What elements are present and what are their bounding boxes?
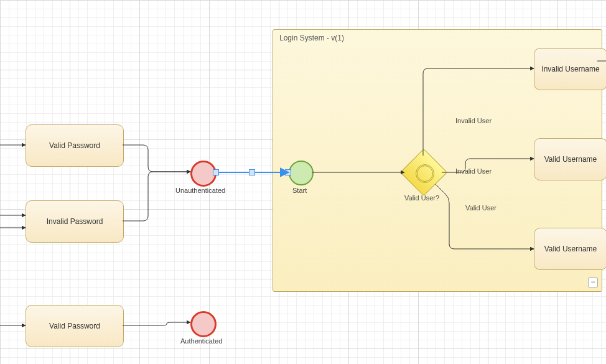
connector-handle-start[interactable] — [213, 169, 219, 175]
task-label: Valid Password — [45, 319, 104, 334]
pool-title: Login System - v(1) — [279, 34, 344, 42]
gateway-label: Valid User? — [404, 194, 439, 202]
event-authenticated[interactable] — [190, 311, 217, 337]
flow-label-invalid-user-mid: Invalid User — [455, 167, 492, 175]
task-valid-password-1[interactable]: Valid Password — [26, 124, 124, 167]
task-valid-username-1[interactable]: Valid Username — [534, 138, 606, 180]
task-invalid-password[interactable]: Invalid Password — [26, 200, 124, 243]
flow-label-valid-user: Valid User — [465, 204, 496, 212]
task-label: Invalid Username — [538, 62, 603, 77]
gateway-inner-icon — [416, 164, 434, 183]
flow-label-invalid-user-top: Invalid User — [455, 117, 492, 124]
pool-collapse-toggle[interactable]: − — [588, 278, 598, 287]
task-label: Valid Username — [541, 242, 600, 256]
diagram-canvas[interactable]: Login System - v(1) − Valid Password Inv… — [0, 0, 606, 364]
event-start[interactable] — [289, 161, 314, 185]
gateway-valid-user[interactable] — [407, 156, 439, 188]
task-valid-username-2[interactable]: Valid Username — [534, 228, 606, 270]
task-label: Invalid Password — [43, 215, 107, 229]
task-valid-password-2[interactable]: Valid Password — [26, 305, 124, 347]
task-label: Valid Password — [45, 139, 104, 153]
connector-handle-end[interactable] — [285, 169, 291, 175]
event-start-label: Start — [292, 187, 307, 194]
event-authenticated-label: Authenticated — [180, 337, 222, 345]
connector-handle-mid[interactable] — [249, 169, 255, 175]
task-invalid-username[interactable]: Invalid Username — [534, 48, 606, 90]
event-unauthenticated-label: Unauthenticated — [175, 187, 225, 194]
task-label: Valid Username — [541, 152, 600, 167]
